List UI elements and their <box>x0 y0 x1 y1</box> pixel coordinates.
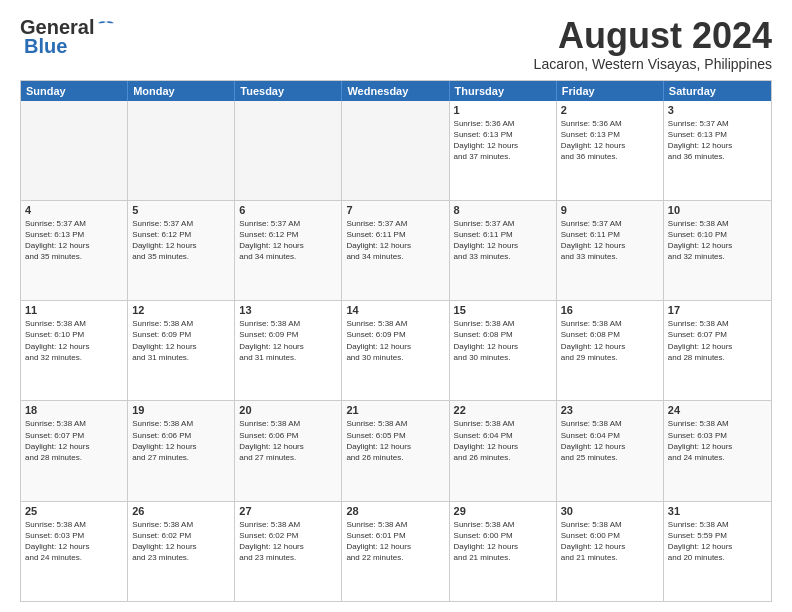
day-number: 24 <box>668 404 767 416</box>
day-number: 6 <box>239 204 337 216</box>
cell-content: Sunrise: 5:37 AM Sunset: 6:13 PM Dayligh… <box>668 118 767 163</box>
day-number: 25 <box>25 505 123 517</box>
day-number: 17 <box>668 304 767 316</box>
calendar-week-2: 4Sunrise: 5:37 AM Sunset: 6:13 PM Daylig… <box>21 200 771 300</box>
day-number: 29 <box>454 505 552 517</box>
day-number: 10 <box>668 204 767 216</box>
day-number: 8 <box>454 204 552 216</box>
calendar-cell <box>21 101 128 200</box>
calendar-cell: 16Sunrise: 5:38 AM Sunset: 6:08 PM Dayli… <box>557 301 664 400</box>
page: General Blue August 2024 Lacaron, Wester… <box>0 0 792 612</box>
day-number: 4 <box>25 204 123 216</box>
header-day-wednesday: Wednesday <box>342 81 449 101</box>
cell-content: Sunrise: 5:38 AM Sunset: 6:10 PM Dayligh… <box>668 218 767 263</box>
calendar-cell: 18Sunrise: 5:38 AM Sunset: 6:07 PM Dayli… <box>21 401 128 500</box>
day-number: 5 <box>132 204 230 216</box>
day-number: 11 <box>25 304 123 316</box>
day-number: 20 <box>239 404 337 416</box>
calendar: SundayMondayTuesdayWednesdayThursdayFrid… <box>20 80 772 602</box>
calendar-cell: 9Sunrise: 5:37 AM Sunset: 6:11 PM Daylig… <box>557 201 664 300</box>
title-block: August 2024 Lacaron, Western Visayas, Ph… <box>534 16 772 72</box>
calendar-cell: 2Sunrise: 5:36 AM Sunset: 6:13 PM Daylig… <box>557 101 664 200</box>
cell-content: Sunrise: 5:38 AM Sunset: 6:08 PM Dayligh… <box>561 318 659 363</box>
logo: General Blue <box>20 16 116 58</box>
calendar-week-4: 18Sunrise: 5:38 AM Sunset: 6:07 PM Dayli… <box>21 400 771 500</box>
calendar-cell: 25Sunrise: 5:38 AM Sunset: 6:03 PM Dayli… <box>21 502 128 601</box>
calendar-cell: 11Sunrise: 5:38 AM Sunset: 6:10 PM Dayli… <box>21 301 128 400</box>
day-number: 3 <box>668 104 767 116</box>
cell-content: Sunrise: 5:38 AM Sunset: 5:59 PM Dayligh… <box>668 519 767 564</box>
calendar-cell: 12Sunrise: 5:38 AM Sunset: 6:09 PM Dayli… <box>128 301 235 400</box>
calendar-cell: 13Sunrise: 5:38 AM Sunset: 6:09 PM Dayli… <box>235 301 342 400</box>
cell-content: Sunrise: 5:38 AM Sunset: 6:09 PM Dayligh… <box>239 318 337 363</box>
cell-content: Sunrise: 5:37 AM Sunset: 6:11 PM Dayligh… <box>346 218 444 263</box>
calendar-header: SundayMondayTuesdayWednesdayThursdayFrid… <box>21 81 771 101</box>
calendar-cell: 23Sunrise: 5:38 AM Sunset: 6:04 PM Dayli… <box>557 401 664 500</box>
day-number: 23 <box>561 404 659 416</box>
day-number: 26 <box>132 505 230 517</box>
day-number: 30 <box>561 505 659 517</box>
calendar-cell: 24Sunrise: 5:38 AM Sunset: 6:03 PM Dayli… <box>664 401 771 500</box>
cell-content: Sunrise: 5:38 AM Sunset: 6:10 PM Dayligh… <box>25 318 123 363</box>
day-number: 28 <box>346 505 444 517</box>
header-day-tuesday: Tuesday <box>235 81 342 101</box>
cell-content: Sunrise: 5:37 AM Sunset: 6:11 PM Dayligh… <box>454 218 552 263</box>
day-number: 9 <box>561 204 659 216</box>
calendar-cell <box>342 101 449 200</box>
cell-content: Sunrise: 5:38 AM Sunset: 6:06 PM Dayligh… <box>132 418 230 463</box>
calendar-cell: 29Sunrise: 5:38 AM Sunset: 6:00 PM Dayli… <box>450 502 557 601</box>
calendar-cell: 28Sunrise: 5:38 AM Sunset: 6:01 PM Dayli… <box>342 502 449 601</box>
calendar-cell: 6Sunrise: 5:37 AM Sunset: 6:12 PM Daylig… <box>235 201 342 300</box>
header-day-monday: Monday <box>128 81 235 101</box>
cell-content: Sunrise: 5:38 AM Sunset: 6:08 PM Dayligh… <box>454 318 552 363</box>
header-day-friday: Friday <box>557 81 664 101</box>
month-title: August 2024 <box>534 16 772 56</box>
header-day-thursday: Thursday <box>450 81 557 101</box>
cell-content: Sunrise: 5:37 AM Sunset: 6:12 PM Dayligh… <box>239 218 337 263</box>
day-number: 27 <box>239 505 337 517</box>
calendar-week-1: 1Sunrise: 5:36 AM Sunset: 6:13 PM Daylig… <box>21 101 771 200</box>
cell-content: Sunrise: 5:38 AM Sunset: 6:00 PM Dayligh… <box>454 519 552 564</box>
logo-bird-icon <box>96 20 116 36</box>
day-number: 31 <box>668 505 767 517</box>
day-number: 2 <box>561 104 659 116</box>
calendar-cell: 5Sunrise: 5:37 AM Sunset: 6:12 PM Daylig… <box>128 201 235 300</box>
calendar-cell: 26Sunrise: 5:38 AM Sunset: 6:02 PM Dayli… <box>128 502 235 601</box>
location: Lacaron, Western Visayas, Philippines <box>534 56 772 72</box>
day-number: 12 <box>132 304 230 316</box>
cell-content: Sunrise: 5:38 AM Sunset: 6:01 PM Dayligh… <box>346 519 444 564</box>
day-number: 21 <box>346 404 444 416</box>
calendar-cell: 7Sunrise: 5:37 AM Sunset: 6:11 PM Daylig… <box>342 201 449 300</box>
day-number: 7 <box>346 204 444 216</box>
calendar-cell: 21Sunrise: 5:38 AM Sunset: 6:05 PM Dayli… <box>342 401 449 500</box>
calendar-week-5: 25Sunrise: 5:38 AM Sunset: 6:03 PM Dayli… <box>21 501 771 601</box>
calendar-cell: 31Sunrise: 5:38 AM Sunset: 5:59 PM Dayli… <box>664 502 771 601</box>
cell-content: Sunrise: 5:38 AM Sunset: 6:02 PM Dayligh… <box>132 519 230 564</box>
day-number: 16 <box>561 304 659 316</box>
day-number: 13 <box>239 304 337 316</box>
cell-content: Sunrise: 5:38 AM Sunset: 6:09 PM Dayligh… <box>346 318 444 363</box>
cell-content: Sunrise: 5:38 AM Sunset: 6:03 PM Dayligh… <box>25 519 123 564</box>
cell-content: Sunrise: 5:37 AM Sunset: 6:12 PM Dayligh… <box>132 218 230 263</box>
calendar-cell: 4Sunrise: 5:37 AM Sunset: 6:13 PM Daylig… <box>21 201 128 300</box>
cell-content: Sunrise: 5:38 AM Sunset: 6:09 PM Dayligh… <box>132 318 230 363</box>
calendar-cell: 14Sunrise: 5:38 AM Sunset: 6:09 PM Dayli… <box>342 301 449 400</box>
cell-content: Sunrise: 5:38 AM Sunset: 6:04 PM Dayligh… <box>561 418 659 463</box>
cell-content: Sunrise: 5:38 AM Sunset: 6:05 PM Dayligh… <box>346 418 444 463</box>
cell-content: Sunrise: 5:38 AM Sunset: 6:03 PM Dayligh… <box>668 418 767 463</box>
cell-content: Sunrise: 5:37 AM Sunset: 6:11 PM Dayligh… <box>561 218 659 263</box>
calendar-cell: 22Sunrise: 5:38 AM Sunset: 6:04 PM Dayli… <box>450 401 557 500</box>
cell-content: Sunrise: 5:38 AM Sunset: 6:04 PM Dayligh… <box>454 418 552 463</box>
logo-blue: Blue <box>24 35 67 58</box>
cell-content: Sunrise: 5:38 AM Sunset: 6:07 PM Dayligh… <box>25 418 123 463</box>
header-day-saturday: Saturday <box>664 81 771 101</box>
day-number: 19 <box>132 404 230 416</box>
calendar-cell: 27Sunrise: 5:38 AM Sunset: 6:02 PM Dayli… <box>235 502 342 601</box>
day-number: 14 <box>346 304 444 316</box>
calendar-cell: 8Sunrise: 5:37 AM Sunset: 6:11 PM Daylig… <box>450 201 557 300</box>
cell-content: Sunrise: 5:38 AM Sunset: 6:00 PM Dayligh… <box>561 519 659 564</box>
calendar-cell: 10Sunrise: 5:38 AM Sunset: 6:10 PM Dayli… <box>664 201 771 300</box>
header: General Blue August 2024 Lacaron, Wester… <box>20 16 772 72</box>
calendar-cell: 19Sunrise: 5:38 AM Sunset: 6:06 PM Dayli… <box>128 401 235 500</box>
calendar-cell: 3Sunrise: 5:37 AM Sunset: 6:13 PM Daylig… <box>664 101 771 200</box>
